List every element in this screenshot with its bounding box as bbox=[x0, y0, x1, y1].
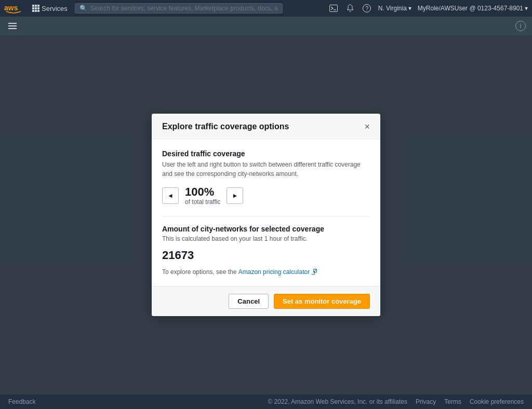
svg-text:aws: aws bbox=[4, 4, 18, 12]
user-chevron: ▾ bbox=[525, 5, 528, 12]
region-label: N. Virginia bbox=[378, 5, 407, 12]
desired-coverage-section: Desired traffic coverage User the left a… bbox=[162, 149, 370, 206]
modal-title: Explore traffic coverage options bbox=[162, 122, 289, 131]
search-bar[interactable]: 🔍 bbox=[75, 3, 283, 13]
coverage-value-block: 100% of total traffic bbox=[185, 186, 220, 206]
top-navigation: aws Services 🔍 bbox=[0, 0, 532, 17]
modal-overlay: Explore traffic coverage options × Desir… bbox=[0, 35, 532, 394]
nav-right-section: ? N. Virginia ▾ MyRole/AWSUser @ 0123-45… bbox=[328, 3, 528, 13]
info-icon-button[interactable]: i bbox=[515, 21, 526, 31]
services-label: Services bbox=[42, 5, 68, 12]
aws-logo-text: aws bbox=[4, 2, 23, 15]
city-networks-count: 21673 bbox=[162, 249, 370, 262]
cookie-preferences-link[interactable]: Cookie preferences bbox=[470, 398, 524, 405]
left-arrow-icon: ◄ bbox=[167, 192, 174, 199]
secondary-nav-right: i bbox=[515, 21, 526, 31]
right-arrow-icon: ► bbox=[232, 192, 238, 199]
external-link-icon bbox=[311, 269, 317, 276]
footer-right: © 2022, Amazon Web Services, Inc. or its… bbox=[268, 398, 524, 405]
prev-coverage-button[interactable]: ◄ bbox=[162, 187, 179, 204]
aws-logo: aws bbox=[4, 2, 23, 15]
region-chevron: ▾ bbox=[408, 5, 411, 12]
desired-coverage-desc: User the left and right button to switch… bbox=[162, 160, 370, 179]
search-input[interactable] bbox=[90, 5, 278, 12]
svg-text:?: ? bbox=[365, 6, 368, 11]
section-divider bbox=[162, 216, 370, 216]
user-menu[interactable]: MyRole/AWSUser @ 0123-4567-8901 ▾ bbox=[418, 5, 528, 12]
modal-dialog: Explore traffic coverage options × Desir… bbox=[152, 114, 380, 316]
footer-copyright: © 2022, Amazon Web Services, Inc. or its… bbox=[268, 398, 407, 405]
coverage-label: of total traffic bbox=[185, 198, 220, 206]
pricing-calculator-link[interactable]: Amazon pricing calculator bbox=[238, 268, 317, 276]
services-button[interactable]: Services bbox=[29, 3, 71, 15]
city-networks-section: Amount of city-networks for selected cov… bbox=[162, 225, 370, 276]
footer-bar: Feedback © 2022, Amazon Web Services, In… bbox=[0, 394, 532, 409]
region-selector[interactable]: N. Virginia ▾ bbox=[378, 5, 411, 12]
terminal-icon-button[interactable] bbox=[328, 3, 339, 13]
grid-icon bbox=[32, 5, 39, 12]
terms-link[interactable]: Terms bbox=[444, 398, 461, 405]
pricing-link-label: Amazon pricing calculator bbox=[238, 268, 310, 276]
modal-close-button[interactable]: × bbox=[364, 122, 370, 131]
help-icon-button[interactable]: ? bbox=[362, 3, 372, 13]
bell-icon-button[interactable] bbox=[345, 3, 355, 13]
desired-coverage-title: Desired traffic coverage bbox=[162, 149, 370, 158]
user-label: MyRole/AWSUser @ 0123-4567-8901 bbox=[418, 5, 523, 12]
svg-line-6 bbox=[314, 269, 317, 272]
hamburger-menu-button[interactable] bbox=[6, 21, 19, 31]
modal-body: Desired traffic coverage User the left a… bbox=[152, 139, 380, 286]
set-as-monitor-coverage-button[interactable]: Set as monitor coverage bbox=[274, 294, 370, 309]
modal-header: Explore traffic coverage options × bbox=[152, 114, 380, 139]
modal-footer: Cancel Set as monitor coverage bbox=[152, 286, 380, 316]
pricing-text: To explore options, see the bbox=[162, 268, 238, 276]
coverage-percentage: 100% bbox=[185, 186, 214, 198]
privacy-link[interactable]: Privacy bbox=[416, 398, 436, 405]
city-networks-title: Amount of city-networks for selected cov… bbox=[162, 225, 370, 233]
stepper-row: ◄ 100% of total traffic ► bbox=[162, 186, 370, 206]
main-content: Explore traffic coverage options × Desir… bbox=[0, 35, 532, 394]
search-icon: 🔍 bbox=[79, 5, 87, 12]
feedback-link[interactable]: Feedback bbox=[8, 398, 36, 405]
city-networks-note: This is calculated based on your last 1 … bbox=[162, 235, 370, 242]
secondary-navigation: i bbox=[0, 17, 532, 35]
pricing-link-row: To explore options, see the Amazon prici… bbox=[162, 268, 370, 276]
cancel-button[interactable]: Cancel bbox=[229, 294, 269, 309]
next-coverage-button[interactable]: ► bbox=[227, 187, 243, 204]
close-icon: × bbox=[364, 122, 370, 131]
